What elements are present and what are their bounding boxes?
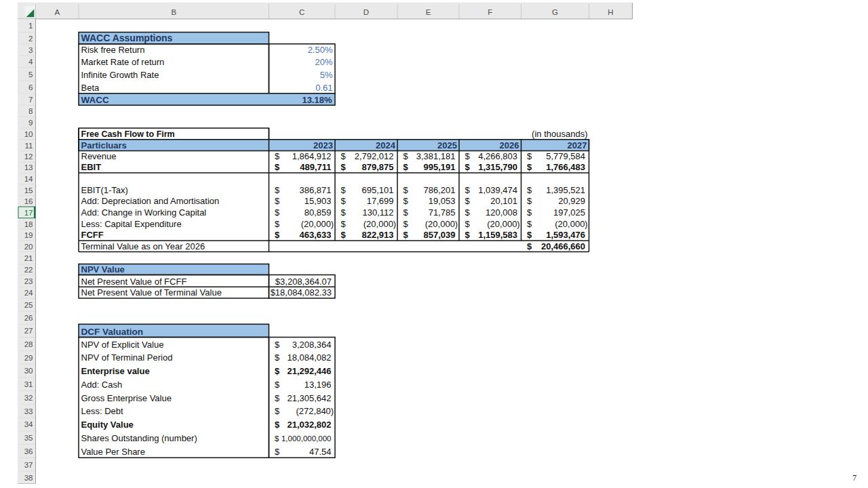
svg-text:1,766,483: 1,766,483 <box>546 162 585 172</box>
svg-text:12: 12 <box>24 152 33 161</box>
svg-text:$3,208,364.07: $3,208,364.07 <box>275 277 332 287</box>
svg-text:(20,000): (20,000) <box>301 219 334 229</box>
svg-text:(20,000): (20,000) <box>363 219 396 229</box>
svg-text:3,381,181: 3,381,181 <box>416 151 456 161</box>
svg-text:489,711: 489,711 <box>300 162 331 172</box>
svg-text:$: $ <box>275 207 280 218</box>
svg-text:26: 26 <box>24 314 33 322</box>
svg-text:WACC Assumptions: WACC Assumptions <box>81 33 173 43</box>
svg-text:15,903: 15,903 <box>304 196 332 206</box>
svg-text:$: $ <box>341 185 347 195</box>
svg-text:23: 23 <box>24 277 33 285</box>
svg-text:$: $ <box>403 162 409 172</box>
svg-text:$: $ <box>403 207 409 218</box>
svg-text:$: $ <box>275 352 280 363</box>
svg-text:$: $ <box>275 380 280 390</box>
svg-text:$: $ <box>275 196 280 206</box>
svg-text:$: $ <box>341 162 347 172</box>
svg-text:$: $ <box>275 185 280 195</box>
svg-text:35: 35 <box>24 434 33 442</box>
svg-text:$: $ <box>527 162 532 172</box>
svg-text:3,208,364: 3,208,364 <box>292 340 332 350</box>
svg-text:8: 8 <box>28 107 33 115</box>
svg-text:(in thousands): (in thousands) <box>532 129 587 139</box>
svg-text:G: G <box>552 8 558 16</box>
svg-text:463,633: 463,633 <box>300 230 332 240</box>
svg-text:C: C <box>299 8 304 16</box>
svg-text:F: F <box>488 8 492 16</box>
svg-text:Revenue: Revenue <box>81 151 117 161</box>
svg-text:$: $ <box>527 219 532 229</box>
svg-text:0.61: 0.61 <box>315 83 332 93</box>
svg-text:$: $ <box>403 219 409 229</box>
svg-text:786,201: 786,201 <box>424 185 456 195</box>
svg-text:(272,840): (272,840) <box>296 406 334 416</box>
svg-text:NPV of Terminal Period: NPV of Terminal Period <box>81 352 173 363</box>
svg-text:Beta: Beta <box>81 83 100 93</box>
svg-text:30: 30 <box>24 367 33 375</box>
svg-text:FCFF: FCFF <box>81 230 104 240</box>
svg-text:Shares Outstanding (number): Shares Outstanding (number) <box>81 433 197 443</box>
svg-text:(20,000): (20,000) <box>487 219 519 229</box>
svg-text:$: $ <box>403 151 409 161</box>
svg-text:1,315,790: 1,315,790 <box>478 162 517 172</box>
svg-text:$: $ <box>465 230 471 240</box>
svg-text:4,266,803: 4,266,803 <box>478 151 517 161</box>
svg-text:6: 6 <box>28 83 33 92</box>
svg-text:27: 27 <box>24 327 33 335</box>
svg-text:21: 21 <box>24 254 33 262</box>
svg-text:14: 14 <box>24 175 33 183</box>
svg-text:Net Present Value of FCFF: Net Present Value of FCFF <box>81 277 187 287</box>
svg-text:EBIT: EBIT <box>81 162 102 172</box>
svg-text:20,101: 20,101 <box>490 196 517 206</box>
svg-text:995,191: 995,191 <box>424 162 456 172</box>
svg-text:$: $ <box>341 207 347 218</box>
svg-text:47.54: 47.54 <box>309 447 332 457</box>
svg-text:$: $ <box>275 162 280 172</box>
svg-text:Less: Capital Expenditure: Less: Capital Expenditure <box>81 219 182 229</box>
svg-text:5%: 5% <box>320 70 333 80</box>
svg-text:$: $ <box>275 151 280 161</box>
svg-text:Particluars: Particluars <box>81 140 127 150</box>
svg-text:DCF Valuation: DCF Valuation <box>81 327 144 337</box>
svg-text:1,039,474: 1,039,474 <box>478 185 517 195</box>
svg-text:$: $ <box>275 340 280 350</box>
svg-text:$: $ <box>403 230 409 240</box>
svg-text:17: 17 <box>24 209 33 217</box>
svg-text:Add: Depreciation and Amortisa: Add: Depreciation and Amortisation <box>81 196 220 206</box>
svg-text:Less: Debt: Less: Debt <box>81 406 124 416</box>
svg-text:$: $ <box>527 185 532 195</box>
svg-text:NPV of Explicit Value: NPV of Explicit Value <box>81 340 164 350</box>
svg-text:3: 3 <box>28 46 33 54</box>
svg-text:1,864,912: 1,864,912 <box>292 151 332 161</box>
svg-text:38: 38 <box>24 474 33 482</box>
svg-text:21,032,802: 21,032,802 <box>287 420 331 430</box>
svg-text:D: D <box>363 8 369 16</box>
svg-text:386,871: 386,871 <box>300 185 332 195</box>
svg-text:Value Per Share: Value Per Share <box>81 447 145 457</box>
svg-text:20%: 20% <box>315 57 332 67</box>
svg-text:$: $ <box>341 151 347 161</box>
svg-text:$: $ <box>465 196 471 206</box>
svg-text:$: $ <box>341 230 347 240</box>
svg-text:Add: Change in Working Capital: Add: Change in Working Capital <box>81 207 207 218</box>
svg-text:$: $ <box>341 196 347 206</box>
svg-text:$18,084,082.33: $18,084,082.33 <box>271 287 332 298</box>
svg-text:19: 19 <box>24 231 33 239</box>
svg-text:5: 5 <box>28 70 33 79</box>
svg-text:Infinite Growth Rate: Infinite Growth Rate <box>81 70 159 80</box>
svg-text:695,101: 695,101 <box>362 185 394 195</box>
svg-text:4: 4 <box>28 58 33 66</box>
svg-text:Equity Value: Equity Value <box>81 420 134 430</box>
svg-text:$: $ <box>275 366 280 376</box>
svg-text:Market Rate of return: Market Rate of return <box>81 57 165 67</box>
svg-text:$: $ <box>275 393 280 403</box>
svg-text:H: H <box>608 8 613 16</box>
svg-text:879,875: 879,875 <box>362 162 394 172</box>
svg-text:29: 29 <box>24 354 33 362</box>
svg-text:10: 10 <box>24 130 33 138</box>
svg-text:$: $ <box>275 434 279 443</box>
svg-text:$: $ <box>527 230 532 240</box>
svg-text:2025: 2025 <box>437 140 457 150</box>
svg-text:Enterprise value: Enterprise value <box>81 366 150 376</box>
